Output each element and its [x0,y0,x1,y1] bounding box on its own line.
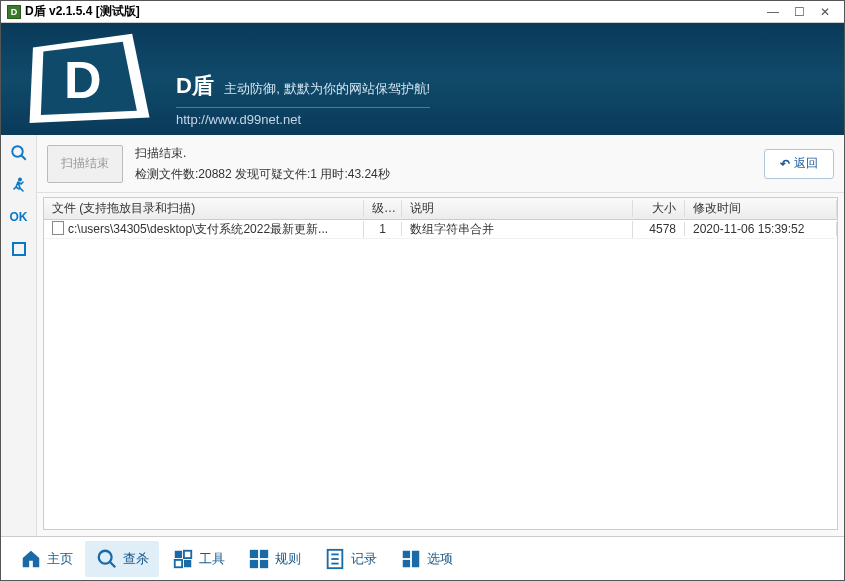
logo-icon: D [16,33,156,128]
header-title: D盾 [176,73,214,98]
header-url[interactable]: http://www.d99net.net [176,107,430,127]
sidenav-search[interactable] [7,141,31,165]
records-icon [323,547,347,571]
th-level[interactable]: 级别 [364,200,402,217]
svg-rect-9 [175,550,182,557]
magnifier-icon [95,547,119,571]
status-line-2: 检测文件数:20882 发现可疑文件:1 用时:43.24秒 [135,166,752,183]
minimize-button[interactable]: — [760,3,786,21]
return-button[interactable]: ↶ 返回 [764,149,834,179]
svg-rect-6 [13,243,25,255]
th-time[interactable]: 修改时间 [685,200,837,217]
status-box: 扫描结束. 检测文件数:20882 发现可疑文件:1 用时:43.24秒 [135,145,752,183]
svg-rect-21 [403,550,410,557]
cell-time: 2020-11-06 15:39:52 [685,222,837,236]
scan-status-button[interactable]: 扫描结束 [47,145,123,183]
results-table: 文件 (支持拖放目录和扫描) 级别 说明 大小 修改时间 c:\users\34… [43,197,838,530]
nav-rules[interactable]: 规则 [237,541,311,577]
th-file[interactable]: 文件 (支持拖放目录和扫描) [44,200,364,217]
sidenav-ok[interactable]: OK [7,205,31,229]
nav-home-label: 主页 [47,550,73,568]
nav-tools-label: 工具 [199,550,225,568]
cell-size: 4578 [633,222,685,236]
app-icon: D [7,5,21,19]
svg-point-3 [12,146,23,157]
svg-line-4 [21,155,26,160]
svg-line-8 [110,561,116,567]
home-icon [19,547,43,571]
svg-text:D: D [64,51,102,109]
svg-rect-22 [412,550,419,567]
nav-options[interactable]: 选项 [389,541,463,577]
svg-rect-16 [260,559,268,567]
nav-tools[interactable]: 工具 [161,541,235,577]
sidenav-box[interactable] [7,237,31,261]
rules-icon [247,547,271,571]
nav-scan-label: 查杀 [123,550,149,568]
svg-point-7 [99,550,112,563]
table-row[interactable]: c:\users\34305\desktop\支付系统2022最新更新... 1… [44,220,837,239]
svg-rect-10 [184,550,191,557]
maximize-button[interactable]: ☐ [786,3,812,21]
header-banner: D D盾 主动防御, 默默为你的网站保驾护航! http://www.d99ne… [1,23,844,135]
svg-rect-13 [250,549,258,557]
file-icon [52,221,64,235]
runner-icon [12,177,26,193]
th-size[interactable]: 大小 [633,200,685,217]
titlebar: D D盾 v2.1.5.4 [测试版] — ☐ ✕ [1,1,844,23]
svg-rect-11 [175,559,182,566]
nav-scan[interactable]: 查杀 [85,541,159,577]
tools-icon [171,547,195,571]
svg-rect-12 [184,559,191,566]
th-desc[interactable]: 说明 [402,200,633,217]
nav-options-label: 选项 [427,550,453,568]
options-icon [399,547,423,571]
toolbar: 扫描结束 扫描结束. 检测文件数:20882 发现可疑文件:1 用时:43.24… [37,135,844,193]
svg-rect-15 [250,559,258,567]
window-title: D盾 v2.1.5.4 [测试版] [25,3,140,20]
table-body[interactable]: c:\users\34305\desktop\支付系统2022最新更新... 1… [44,220,837,529]
cell-level: 1 [364,222,402,236]
svg-rect-23 [403,559,410,566]
body: OK 扫描结束 扫描结束. 检测文件数:20882 发现可疑文件:1 用时:43… [1,135,844,536]
table-header-row: 文件 (支持拖放目录和扫描) 级别 说明 大小 修改时间 [44,198,837,220]
header-subtitle: 主动防御, 默默为你的网站保驾护航! [224,81,430,96]
bottom-nav: 主页 查杀 工具 规则 记录 选项 [1,536,844,580]
nav-rules-label: 规则 [275,550,301,568]
square-icon [11,241,27,257]
nav-records-label: 记录 [351,550,377,568]
sidenav-run[interactable] [7,173,31,197]
status-line-1: 扫描结束. [135,145,752,162]
svg-rect-14 [260,549,268,557]
magnifier-icon [10,144,28,162]
return-label: 返回 [794,155,818,172]
app-window: D D盾 v2.1.5.4 [测试版] — ☐ ✕ D D盾 主动防御, 默默为… [0,0,845,581]
nav-records[interactable]: 记录 [313,541,387,577]
svg-point-5 [18,178,22,182]
side-nav: OK [1,135,37,536]
cell-desc: 数组字符串合并 [402,221,633,238]
nav-home[interactable]: 主页 [9,541,83,577]
return-icon: ↶ [780,157,790,171]
cell-file: c:\users\34305\desktop\支付系统2022最新更新... [44,221,364,238]
close-button[interactable]: ✕ [812,3,838,21]
main-panel: 扫描结束 扫描结束. 检测文件数:20882 发现可疑文件:1 用时:43.24… [37,135,844,536]
